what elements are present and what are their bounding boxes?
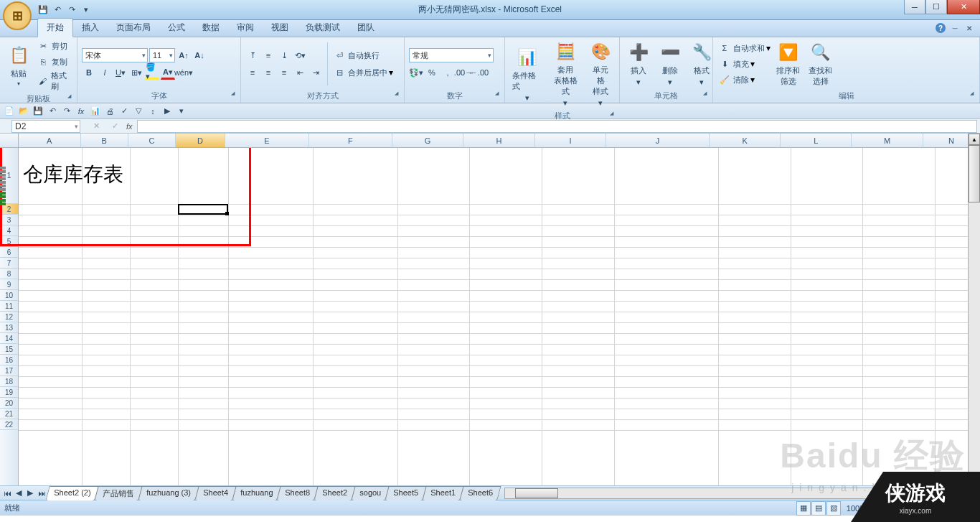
tb-print-icon[interactable]: 🖨 — [103, 105, 116, 118]
indent-dec-icon[interactable]: ⇤ — [293, 65, 307, 80]
underline-button[interactable]: U▾ — [113, 65, 128, 80]
align-top-icon[interactable]: ⤒ — [245, 48, 260, 62]
sheet-tab[interactable]: sogou — [351, 486, 389, 500]
col-header-I[interactable]: I — [535, 134, 607, 147]
sheet-tab[interactable]: fuzhuang — [232, 486, 281, 500]
dec-decimal-icon[interactable]: ←.00 — [472, 65, 486, 80]
border-button[interactable]: ⊞▾ — [129, 65, 143, 80]
sheet-tab[interactable]: fuzhuang (3) — [138, 486, 199, 500]
qat-redo-icon[interactable]: ↷ — [66, 4, 77, 16]
sheet-tab[interactable]: Sheet6 — [459, 486, 501, 500]
view-pagebreak-icon[interactable]: ▧ — [826, 501, 841, 516]
qat-save-icon[interactable]: 💾 — [37, 4, 49, 16]
align-left-icon[interactable]: ≡ — [245, 65, 260, 80]
row-header-11[interactable]: 11 — [0, 301, 18, 312]
ribbon-close-icon[interactable]: ✕ — [964, 23, 974, 33]
wrap-text-button[interactable]: ⏎自动换行 — [332, 48, 393, 62]
sheet-tab[interactable]: 产品销售 — [95, 486, 143, 500]
copy-button[interactable]: ⎘复制 — [36, 55, 72, 69]
tab-prev-icon[interactable]: ◀ — [13, 486, 24, 500]
row-header-10[interactable]: 10 — [0, 290, 18, 301]
vertical-scrollbar[interactable]: ▲▼ — [968, 134, 980, 485]
row-header-8[interactable]: 8 — [0, 269, 18, 279]
row-header-13[interactable]: 13 — [0, 322, 18, 333]
sort-filter-button[interactable]: 🔽排序和 筛选 — [773, 39, 803, 88]
office-button[interactable]: ⊞ — [3, 1, 32, 30]
col-header-K[interactable]: K — [710, 134, 781, 147]
tb-redo-icon[interactable]: ↷ — [60, 105, 73, 118]
fill-color-button[interactable]: 🪣▾ — [145, 65, 159, 80]
col-header-D[interactable]: D — [176, 134, 225, 147]
fx-cancel-icon[interactable]: ✕ — [89, 119, 103, 134]
tab-data[interactable]: 数据 — [194, 19, 228, 37]
row-header-20[interactable]: 20 — [0, 398, 18, 409]
cut-button[interactable]: ✂剪切 — [36, 39, 72, 53]
format-painter-button[interactable]: 🖌格式刷 — [36, 70, 72, 92]
col-header-L[interactable]: L — [781, 134, 852, 147]
format-table-button[interactable]: 🧮套用 表格格式▾ — [548, 39, 584, 109]
sheet-tab[interactable]: Sheet4 — [194, 486, 236, 500]
col-header-B[interactable]: B — [81, 134, 128, 147]
tb-save-icon[interactable]: 💾 — [32, 105, 44, 118]
tb-undo-icon[interactable]: ↶ — [46, 105, 59, 118]
font-size-combo[interactable]: 11 — [149, 48, 175, 62]
cell-styles-button[interactable]: 🎨单元格 样式▾ — [586, 39, 615, 109]
delete-cells-button[interactable]: ➖删除▾ — [656, 39, 684, 88]
tab-review[interactable]: 审阅 — [228, 19, 263, 37]
merge-button[interactable]: ⊟合并后居中▾ — [332, 65, 393, 80]
autosum-button[interactable]: Σ自动求和▾ — [717, 41, 771, 55]
tb-chart-icon[interactable]: 📊 — [89, 105, 102, 118]
grow-font-icon[interactable]: A↑ — [176, 48, 191, 62]
col-header-C[interactable]: C — [128, 134, 176, 147]
col-header-M[interactable]: M — [852, 134, 923, 147]
minimize-button[interactable]: ─ — [904, 0, 925, 14]
tab-next-icon[interactable]: ▶ — [24, 486, 36, 500]
tb-more-icon[interactable]: ▾ — [175, 105, 188, 118]
fx-confirm-icon[interactable]: ✓ — [108, 119, 122, 134]
row-header-9[interactable]: 9 — [0, 279, 18, 290]
align-middle-icon[interactable]: ≡ — [261, 48, 275, 62]
maximize-button[interactable]: ☐ — [925, 0, 947, 14]
ribbon-minimize-icon[interactable]: ─ — [950, 23, 960, 33]
fill-button[interactable]: ⬇填充▾ — [717, 57, 771, 71]
row-header-15[interactable]: 15 — [0, 344, 18, 355]
tb-sort-icon[interactable]: ↕ — [146, 105, 159, 118]
paste-button[interactable]: 📋粘贴▾ — [4, 42, 33, 88]
tab-formulas[interactable]: 公式 — [159, 19, 194, 37]
col-header-E[interactable]: E — [225, 134, 309, 147]
inc-decimal-icon[interactable]: .00→ — [456, 65, 471, 80]
col-header-G[interactable]: G — [392, 134, 463, 147]
select-all-corner[interactable] — [0, 134, 19, 147]
number-format-combo[interactable]: 常规 — [409, 48, 494, 62]
sheet-tab[interactable]: Sheet8 — [277, 486, 319, 500]
percent-icon[interactable]: % — [425, 65, 439, 80]
phonetic-button[interactable]: wén▾ — [176, 65, 191, 80]
tab-loadtest[interactable]: 负载测试 — [297, 19, 349, 37]
align-bottom-icon[interactable]: ⤓ — [277, 48, 291, 62]
close-button[interactable]: ✕ — [947, 0, 980, 14]
tab-team[interactable]: 团队 — [349, 19, 383, 37]
qat-more-icon[interactable]: ▾ — [80, 4, 92, 16]
sheet-tab[interactable]: Sheet5 — [385, 486, 426, 500]
sheet-tab[interactable]: Sheet1 — [422, 486, 463, 500]
help-icon[interactable]: ? — [936, 23, 946, 33]
col-header-F[interactable]: F — [309, 134, 393, 147]
row-header-22[interactable]: 22 — [0, 419, 18, 430]
split-handle[interactable] — [0, 167, 6, 267]
sheet-tab[interactable]: Sheet2 (2) — [45, 486, 99, 500]
tb-open-icon[interactable]: 📂 — [17, 105, 30, 118]
row-header-12[interactable]: 12 — [0, 312, 18, 322]
italic-button[interactable]: I — [98, 65, 112, 80]
font-name-combo[interactable]: 宋体 — [82, 48, 148, 62]
tab-home[interactable]: 开始 — [37, 18, 73, 37]
qat-undo-icon[interactable]: ↶ — [52, 4, 63, 16]
shrink-font-icon[interactable]: A↓ — [192, 48, 207, 62]
view-layout-icon[interactable]: ▤ — [811, 501, 826, 516]
align-center-icon[interactable]: ≡ — [261, 65, 275, 80]
col-header-A[interactable]: A — [19, 134, 81, 147]
row-header-21[interactable]: 21 — [0, 409, 18, 419]
row-header-17[interactable]: 17 — [0, 365, 18, 376]
bold-button[interactable]: B — [82, 65, 96, 80]
conditional-format-button[interactable]: 📊条件格式▾ — [509, 45, 545, 104]
tb-fx-icon[interactable]: fx — [75, 105, 88, 118]
